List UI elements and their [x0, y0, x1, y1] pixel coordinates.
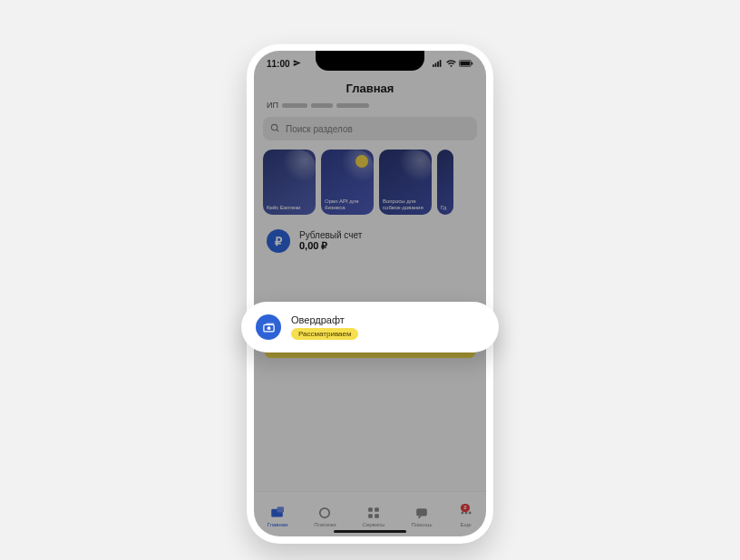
signal-icon	[433, 59, 443, 69]
overdraft-card[interactable]: Овердрафт Рассматриваем	[241, 302, 499, 352]
battery-icon	[459, 59, 473, 69]
phone-screen: 11:00 Главная ИП	[254, 51, 486, 536]
svg-rect-15	[375, 514, 379, 518]
overdraft-title: Овердрафт	[291, 314, 345, 325]
account-row[interactable]: ₽ Рублевый счет 0,00 ₽	[254, 226, 486, 264]
svg-point-7	[271, 124, 277, 130]
page-title: Главная	[254, 76, 486, 99]
svg-rect-6	[472, 62, 472, 64]
entity-prefix: ИП	[267, 101, 278, 110]
account-balance: 0,00 ₽	[299, 240, 362, 252]
story-badge-icon	[355, 155, 368, 168]
overdraft-icon	[256, 314, 281, 340]
home-indicator	[334, 530, 406, 533]
svg-rect-12	[368, 507, 373, 512]
nav-home[interactable]: Главная	[267, 506, 287, 527]
story-label: Кейс Еаптеки	[267, 205, 312, 211]
svg-point-19	[468, 511, 471, 514]
search-input[interactable]: Поиск разделов	[263, 117, 477, 140]
nav-more[interactable]: 2 Еще	[459, 506, 473, 527]
location-icon	[293, 59, 301, 69]
home-icon	[270, 506, 285, 520]
notch	[316, 51, 424, 71]
payments-icon	[317, 506, 332, 520]
nav-label: Еще	[460, 522, 471, 527]
wifi-icon	[446, 59, 456, 69]
nav-label: Главная	[267, 522, 287, 527]
svg-point-11	[320, 507, 330, 517]
story-card[interactable]: Гд	[437, 150, 453, 215]
nav-label: Платежи	[314, 522, 336, 527]
entity-row[interactable]: ИП	[254, 99, 486, 117]
svg-rect-10	[278, 507, 285, 512]
nav-payments[interactable]: Платежи	[314, 506, 336, 527]
ruble-icon: ₽	[267, 229, 290, 253]
story-label: Вопросы для собесе-дования	[383, 198, 428, 211]
svg-rect-16	[416, 508, 427, 516]
svg-rect-1	[435, 63, 437, 66]
nav-label: Сервисы	[363, 522, 385, 527]
svg-rect-3	[440, 60, 442, 67]
bottom-nav: Главная Платежи Сервисы Помощь	[254, 491, 486, 536]
services-icon	[366, 506, 381, 520]
nav-services[interactable]: Сервисы	[363, 506, 385, 527]
svg-point-21	[267, 326, 270, 330]
nav-badge: 2	[461, 504, 469, 512]
entity-placeholder	[311, 103, 333, 108]
nav-help[interactable]: Помощь	[411, 506, 432, 527]
story-label: Гд	[441, 205, 450, 211]
svg-rect-0	[433, 64, 434, 67]
account-name: Рублевый счет	[299, 230, 362, 240]
status-time: 11:00	[267, 59, 290, 69]
svg-rect-14	[368, 514, 373, 518]
svg-rect-22	[266, 323, 274, 324]
entity-placeholder	[336, 103, 369, 108]
nav-label: Помощь	[411, 522, 432, 527]
svg-line-8	[277, 129, 278, 130]
search-icon	[270, 123, 280, 135]
story-card[interactable]: Вопросы для собесе-дования	[379, 150, 432, 215]
svg-rect-5	[460, 61, 470, 64]
story-card[interactable]: Кейс Еаптеки	[263, 150, 316, 215]
svg-rect-13	[375, 507, 379, 512]
overdraft-status-badge: Рассматриваем	[291, 328, 358, 340]
phone-frame: 11:00 Главная ИП	[247, 43, 493, 544]
svg-rect-2	[437, 61, 439, 66]
stories-row[interactable]: Кейс Еаптеки Open API для бизнеса Вопрос…	[254, 150, 486, 226]
entity-placeholder	[282, 103, 307, 108]
help-icon	[414, 506, 429, 520]
search-placeholder: Поиск разделов	[286, 124, 353, 134]
story-card[interactable]: Open API для бизнеса	[321, 150, 374, 215]
story-label: Open API для бизнеса	[325, 198, 370, 211]
